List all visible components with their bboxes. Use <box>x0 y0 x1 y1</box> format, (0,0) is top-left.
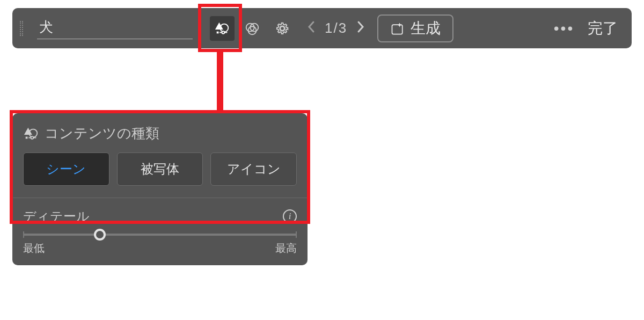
next-variation-button[interactable] <box>353 20 369 37</box>
detail-title: ディテール <box>23 208 90 225</box>
content-type-options: シーン 被写体 アイコン <box>23 152 297 186</box>
detail-header: ディテール i <box>23 208 297 225</box>
slider-thumb[interactable] <box>94 229 106 241</box>
content-type-option-subject[interactable]: 被写体 <box>117 152 203 186</box>
annotation-connector <box>217 52 223 110</box>
content-type-panel: コンテンツの種類 シーン 被写体 アイコン ディテール i 最低 最高 <box>12 113 308 265</box>
done-button[interactable]: 完了 <box>581 15 624 42</box>
variation-count: 1/3 <box>325 20 347 37</box>
done-label: 完了 <box>588 20 618 37</box>
content-type-button[interactable] <box>210 16 235 41</box>
slider-track <box>23 234 297 236</box>
svg-rect-11 <box>26 136 28 139</box>
option-label: アイコン <box>227 161 281 178</box>
content-type-section: コンテンツの種類 シーン 被写体 アイコン <box>23 124 297 186</box>
info-icon[interactable]: i <box>283 209 297 223</box>
svg-point-4 <box>222 31 225 34</box>
variation-pager: 1/3 <box>303 20 369 37</box>
content-type-option-icon[interactable]: アイコン <box>210 152 297 186</box>
chevron-left-icon <box>307 20 316 33</box>
option-label: シーン <box>46 161 86 178</box>
generate-label: 生成 <box>411 18 441 39</box>
slider-max-label: 最高 <box>275 241 297 256</box>
more-options-button[interactable]: ••• <box>552 20 576 37</box>
slider-labels: 最低 最高 <box>23 241 297 256</box>
content-type-icon <box>214 20 230 37</box>
detail-slider[interactable]: 最低 最高 <box>23 234 297 256</box>
generate-toolbar: 1/3 生成 ••• 完了 <box>12 8 632 48</box>
generate-button[interactable]: 生成 <box>377 14 453 42</box>
svg-point-13 <box>31 136 34 139</box>
prev-variation-button[interactable] <box>303 20 319 37</box>
slider-min-label: 最低 <box>23 241 45 256</box>
content-type-title: コンテンツの種類 <box>45 124 159 143</box>
svg-marker-9 <box>24 127 32 134</box>
gear-icon <box>274 20 290 37</box>
generate-sparkle-icon <box>390 21 405 36</box>
content-type-icon <box>23 126 39 142</box>
venn-icon <box>244 20 260 37</box>
svg-rect-2 <box>217 31 219 33</box>
content-type-header: コンテンツの種類 <box>23 124 297 143</box>
chevron-right-icon <box>356 20 365 33</box>
style-button[interactable] <box>240 16 265 41</box>
svg-marker-0 <box>215 22 223 29</box>
prompt-input[interactable] <box>37 18 193 39</box>
settings-button[interactable] <box>270 16 295 41</box>
drag-handle-icon[interactable] <box>20 21 28 36</box>
svg-rect-8 <box>392 25 402 34</box>
panel-divider <box>12 198 308 198</box>
ellipsis-icon: ••• <box>554 20 574 37</box>
option-label: 被写体 <box>141 161 179 178</box>
content-type-option-scene[interactable]: シーン <box>23 152 109 186</box>
prompt-field-wrap <box>37 18 193 39</box>
